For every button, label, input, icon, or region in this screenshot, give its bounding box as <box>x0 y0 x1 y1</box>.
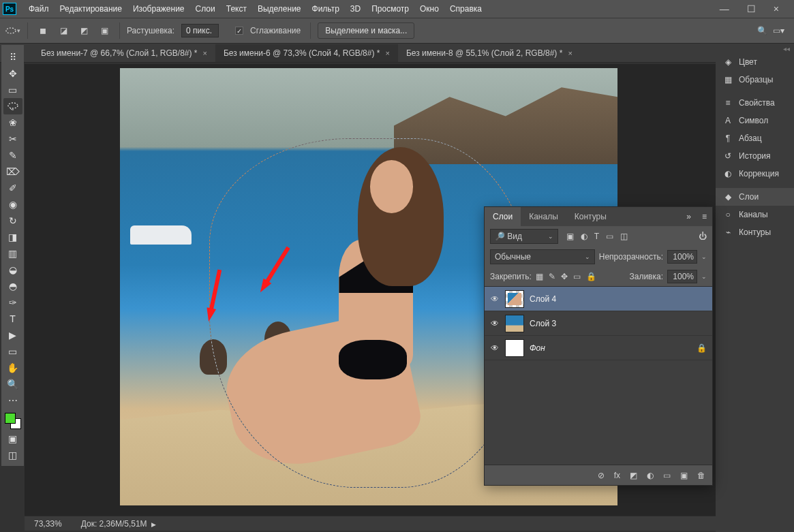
eraser-tool[interactable]: ◨ <box>3 229 22 245</box>
path-select-tool[interactable]: ▶ <box>3 327 22 343</box>
add-mask-icon[interactable]: ◩ <box>630 471 637 480</box>
edit-toolbar-icon[interactable]: ⋯ <box>3 392 22 409</box>
panel-tab-layers[interactable]: Слои <box>485 207 521 226</box>
menu-window[interactable]: Окно <box>414 0 444 18</box>
lock-pixels-icon[interactable]: ✎ <box>549 272 555 281</box>
menu-select[interactable]: Выделение <box>252 0 307 18</box>
zoom-readout[interactable]: 73,33% <box>34 519 62 529</box>
close-icon[interactable]: × <box>385 49 389 57</box>
panel-collapse-icon[interactable]: » <box>681 212 697 221</box>
layer-filter-kind[interactable]: 🔎 Вид⌄ <box>490 229 558 244</box>
blur-tool[interactable]: ◒ <box>3 262 22 278</box>
rail-item-color[interactable]: ◈Цвет <box>716 53 794 71</box>
layer-name[interactable]: Фон <box>530 343 691 353</box>
menu-edit[interactable]: Редактирование <box>55 0 127 18</box>
color-swatches[interactable] <box>3 411 22 431</box>
opacity-input[interactable]: 100% <box>667 250 697 264</box>
zoom-tool[interactable]: 🔍 <box>3 376 22 392</box>
marquee-tool[interactable]: ▭ <box>3 82 22 98</box>
lock-transparency-icon[interactable]: ▦ <box>536 272 543 281</box>
history-brush-tool[interactable]: ↻ <box>3 213 22 229</box>
layer-thumbnail[interactable] <box>505 339 524 357</box>
rail-item-paths[interactable]: ⌁Контуры <box>716 223 794 241</box>
blend-mode-select[interactable]: Обычные⌄ <box>490 249 595 264</box>
selection-new-icon[interactable]: ◼ <box>35 22 51 39</box>
layers-panel[interactable]: Слои Каналы Контуры » ≡ 🔎 Вид⌄ ▣ ◐ T ▭ ◫… <box>484 206 713 486</box>
window-minimize[interactable]: — <box>720 3 729 14</box>
fill-input[interactable]: 100% <box>667 270 697 283</box>
fx-icon[interactable]: fx <box>614 471 620 480</box>
layer-row[interactable]: 👁 Фон 🔒 <box>485 336 712 360</box>
pen-tool[interactable]: ✑ <box>3 294 22 311</box>
tool-preset-icon[interactable]: ▾ <box>4 22 20 39</box>
layer-thumbnail[interactable] <box>505 315 524 332</box>
lock-all-icon[interactable]: 🔒 <box>586 272 596 281</box>
rail-item-properties[interactable]: ≡Свойства <box>716 94 794 112</box>
hand-tool[interactable]: ✋ <box>3 360 22 376</box>
screen-mode-icon[interactable]: ▣ <box>3 431 22 447</box>
filter-shape-icon[interactable]: ▭ <box>606 232 613 241</box>
lock-icon[interactable]: 🔒 <box>697 343 707 353</box>
stamp-tool[interactable]: ◉ <box>3 196 22 213</box>
layer-row[interactable]: 👁 Слой 4 <box>485 287 712 311</box>
visibility-eye-icon[interactable]: 👁 <box>490 294 500 304</box>
window-close[interactable]: × <box>774 3 779 14</box>
layer-thumbnail[interactable] <box>505 290 524 308</box>
rail-item-swatches[interactable]: ▦Образцы <box>716 71 794 89</box>
shape-tool[interactable]: ▭ <box>3 343 22 360</box>
feather-input[interactable]: 0 пикс. <box>181 24 219 37</box>
lock-position-icon[interactable]: ✥ <box>561 272 568 281</box>
rail-item-character[interactable]: AСимвол <box>716 112 794 129</box>
eyedropper-tool[interactable]: ✎ <box>3 147 22 163</box>
close-icon[interactable]: × <box>568 49 572 57</box>
heal-tool[interactable]: ⌦ <box>3 163 22 180</box>
menu-image[interactable]: Изображение <box>127 0 190 18</box>
selection-sub-icon[interactable]: ◩ <box>76 22 92 39</box>
visibility-eye-icon[interactable]: 👁 <box>490 343 500 353</box>
brush-tool[interactable]: ✐ <box>3 180 22 196</box>
dodge-tool[interactable]: ◓ <box>3 278 22 294</box>
visibility-eye-icon[interactable]: 👁 <box>490 319 500 328</box>
menu-help[interactable]: Справка <box>444 0 487 18</box>
selection-add-icon[interactable]: ◪ <box>55 22 72 39</box>
rail-collapse-icon[interactable]: ◂◂ <box>716 45 794 53</box>
move-tool[interactable]: ✥ <box>3 65 22 82</box>
panel-menu-icon[interactable]: ≡ <box>697 212 712 221</box>
document-tab[interactable]: Без имени-8 @ 55,1% (Слой 2, RGB/8#) *× <box>398 44 581 62</box>
panel-tab-channels[interactable]: Каналы <box>521 207 566 226</box>
link-layers-icon[interactable]: ⊘ <box>598 471 605 480</box>
menu-view[interactable]: Просмотр <box>366 0 414 18</box>
select-and-mask-button[interactable]: Выделение и маска... <box>318 22 414 39</box>
type-tool[interactable]: T <box>3 311 22 327</box>
new-group-icon[interactable]: ▭ <box>663 471 671 480</box>
document-tab[interactable]: Без имени-7 @ 66,7% (Слой 1, RGB/8#) *× <box>33 44 215 62</box>
quick-select-tool[interactable]: ❀ <box>3 114 22 131</box>
layer-row[interactable]: 👁 Слой 3 <box>485 311 712 336</box>
layer-name[interactable]: Слой 3 <box>530 319 707 328</box>
lock-artboard-icon[interactable]: ▭ <box>573 272 581 281</box>
menu-layer[interactable]: Слои <box>190 0 221 18</box>
filter-pixel-icon[interactable]: ▣ <box>566 232 574 241</box>
rail-item-adjustments[interactable]: ◐Коррекция <box>716 165 794 183</box>
filter-adjust-icon[interactable]: ◐ <box>581 232 587 241</box>
quick-mask-icon[interactable]: ◫ <box>3 447 22 463</box>
menu-3d[interactable]: 3D <box>345 0 366 18</box>
lasso-tool[interactable] <box>3 98 22 114</box>
gradient-tool[interactable]: ▥ <box>3 245 22 262</box>
filter-smart-icon[interactable]: ◫ <box>620 232 628 241</box>
layer-name[interactable]: Слой 4 <box>530 294 707 304</box>
rail-item-paragraph[interactable]: ¶Абзац <box>716 129 794 147</box>
chevron-right-icon[interactable]: ▶ <box>151 521 156 528</box>
filter-type-icon[interactable]: T <box>594 232 599 241</box>
crop-tool[interactable]: ✂ <box>3 131 22 147</box>
antialias-checkbox[interactable]: ✓ <box>235 27 243 35</box>
panel-tab-paths[interactable]: Контуры <box>566 207 615 226</box>
document-tab[interactable]: Без имени-6 @ 73,3% (Слой 4, RGB/8#) *× <box>215 44 398 62</box>
rail-item-history[interactable]: ↺История <box>716 147 794 165</box>
workspace-picker-icon[interactable]: ▭▾ <box>773 26 784 35</box>
foreground-color-swatch[interactable] <box>5 413 16 424</box>
menu-filter[interactable]: Фильтр <box>307 0 345 18</box>
search-icon[interactable]: 🔍 <box>757 26 767 35</box>
delete-layer-icon[interactable]: 🗑 <box>697 471 705 480</box>
window-maximize[interactable]: ☐ <box>747 3 756 14</box>
